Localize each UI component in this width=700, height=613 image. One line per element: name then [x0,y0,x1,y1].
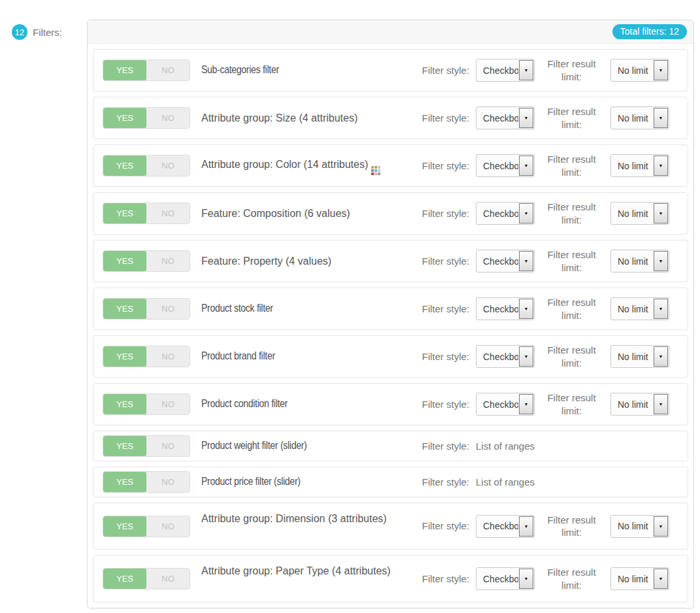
toggle-yes-button[interactable]: YES [103,436,146,456]
filter-style-label: Filter style: [404,255,469,268]
toggle-no-button[interactable]: NO [146,569,190,589]
enabled-toggle[interactable]: YES NO [103,568,190,589]
toggle-yes-button[interactable]: YES [103,108,146,128]
filter-limit-selected-value: No limit [611,304,653,314]
filter-style-group: Filter style: Checkbox ▼ [404,107,535,129]
filter-name-text: Feature: Composition (6 values) [201,208,350,219]
filter-style-selected-value: Checkbox [476,65,518,76]
filter-result-limit-label: Filter result limit: [541,391,603,417]
filter-limit-selected-value: No limit [611,113,653,124]
enabled-toggle[interactable]: YES NO [103,393,190,415]
dropdown-arrow-icon: ▼ [519,516,533,537]
filter-style-group: Filter style: Checkbox ▼ [404,202,535,225]
filter-limit-select[interactable]: No limit ▼ [610,567,669,590]
enabled-toggle[interactable]: YES NO [103,435,190,457]
filter-limit-select[interactable]: No limit ▼ [610,250,669,273]
toggle-no-button[interactable]: NO [146,516,190,537]
filter-result-limit-label: Filter result limit: [541,58,603,83]
filter-rows: YES NO Sub-categories filter Filter styl… [88,44,693,608]
enabled-toggle[interactable]: YES NO [103,516,190,537]
filter-style-select[interactable]: Checkbox ▼ [476,59,535,82]
enabled-toggle[interactable]: YES NO [103,471,190,493]
enabled-toggle[interactable]: YES NO [103,250,190,272]
dropdown-arrow-icon: ▼ [654,516,668,537]
enabled-toggle[interactable]: YES NO [103,203,190,224]
filter-style-group: Filter style: Checkbox ▼ [404,297,535,320]
toggle-yes-button[interactable]: YES [103,472,146,492]
enabled-toggle[interactable]: YES NO [103,59,190,81]
toggle-no-button[interactable]: NO [146,299,190,319]
filter-style-select[interactable]: Checkbox ▼ [476,345,535,368]
filter-limit-group: Filter result limit: No limit ▼ [535,566,678,591]
filter-limit-select[interactable]: No limit ▼ [610,515,669,538]
toggle-yes-button[interactable]: YES [103,346,146,367]
filter-limit-select[interactable]: No limit ▼ [610,393,669,416]
filter-style-selected-value: Checkbox [476,161,518,171]
filter-limit-select[interactable]: No limit ▼ [610,154,669,177]
filter-limit-select[interactable]: No limit ▼ [610,59,669,82]
toggle-yes-button[interactable]: YES [103,516,146,537]
filter-style-select[interactable]: Checkbox ▼ [476,107,535,129]
toggle-yes-button[interactable]: YES [103,394,146,414]
filter-name-text: Product price filter (slider) [201,474,301,490]
filter-style-select[interactable]: Checkbox ▼ [476,250,535,273]
toggle-no-button[interactable]: NO [146,156,190,176]
filter-limit-selected-value: No limit [611,521,653,531]
toggle-no-button[interactable]: NO [146,203,190,224]
filter-row: YES NO Feature: Property (4 values) Filt… [93,240,688,282]
enabled-toggle[interactable]: YES NO [103,346,190,367]
filter-style-select[interactable]: Checkbox ▼ [476,154,535,177]
filter-limit-select[interactable]: No limit ▼ [610,202,669,225]
toggle-yes-button[interactable]: YES [103,156,146,176]
filter-limit-selected-value: No limit [611,399,653,410]
filter-limit-select[interactable]: No limit ▼ [610,107,669,129]
filter-name-text: Product condition filter [201,396,288,412]
toggle-no-button[interactable]: NO [146,108,190,128]
filter-style-label: Filter style: [404,64,469,77]
dropdown-arrow-icon: ▼ [519,251,533,271]
dropdown-arrow-icon: ▼ [654,569,668,589]
filter-style-select[interactable]: Checkbox ▼ [476,202,535,225]
filter-style-group: Filter style: Checkbox ▼ [404,515,535,538]
toggle-no-button[interactable]: NO [146,251,190,271]
enabled-toggle[interactable]: YES NO [103,298,190,320]
dropdown-arrow-icon: ▼ [654,346,668,367]
filter-style-select[interactable]: Checkbox ▼ [476,515,535,538]
filter-result-limit-label: Filter result limit: [541,201,603,226]
filter-limit-selected-value: No limit [611,65,653,76]
filter-limit-select[interactable]: No limit ▼ [610,297,669,320]
filter-row: YES NO Sub-categories filter Filter styl… [93,49,688,91]
filter-name-text: Product stock filter [201,301,273,317]
toggle-no-button[interactable]: NO [146,472,190,492]
filter-style-select[interactable]: Checkbox ▼ [476,567,535,590]
toggle-no-button[interactable]: NO [146,346,190,367]
toggle-yes-button[interactable]: YES [103,203,146,224]
filter-limit-group: Filter result limit: No limit ▼ [535,201,678,226]
filter-style-label: Filter style: [404,303,469,316]
enabled-toggle[interactable]: YES NO [103,155,190,176]
enabled-toggle[interactable]: YES NO [103,107,190,129]
toggle-yes-button[interactable]: YES [103,569,146,589]
toggle-yes-button[interactable]: YES [103,60,146,80]
toggle-no-button[interactable]: NO [146,436,190,456]
filter-limit-selected-value: No limit [611,574,653,584]
filter-limit-selected-value: No limit [611,352,653,362]
filters-count-badge: 12 [12,24,27,40]
filters-panel: Total filters: 12 YES NO Sub-categories … [87,20,694,608]
filters-section: 12 Filters: Total filters: 12 YES NO Sub… [0,0,700,608]
toggle-no-button[interactable]: NO [146,394,190,414]
filter-name-text: Product weight filter (slider) [201,438,307,454]
filter-style-label: Filter style: [404,476,469,489]
filter-limit-select[interactable]: No limit ▼ [610,345,669,368]
filter-name-label: Product stock filter [201,301,392,317]
filter-style-label: Filter style: [404,207,469,220]
toggle-yes-button[interactable]: YES [103,251,146,271]
filter-style-select[interactable]: Checkbox ▼ [476,297,535,320]
filter-style-select[interactable]: Checkbox ▼ [476,393,535,416]
panel-header: Total filters: 12 [88,20,693,44]
toggle-yes-button[interactable]: YES [103,299,146,319]
filter-name-text: Attribute group: Dimension (3 attributes… [201,513,387,524]
toggle-no-button[interactable]: NO [146,60,190,80]
filter-name-label: Product condition filter [201,396,392,412]
filter-style-selected-value: Checkbox [476,304,518,314]
